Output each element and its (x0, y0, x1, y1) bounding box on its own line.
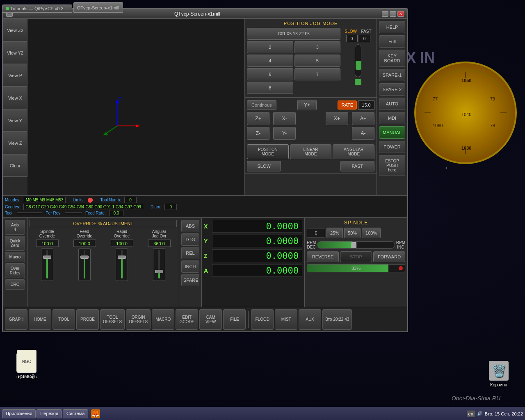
probe-btn[interactable]: PROBE (76, 309, 99, 330)
continuous-btn[interactable]: Continous (247, 100, 276, 110)
slow-input[interactable] (346, 35, 358, 42)
slow-btn[interactable]: SLOW (247, 161, 281, 171)
spindle-input[interactable] (307, 228, 325, 238)
override-title: OVERRIDE % ADJUSTMENT (30, 220, 177, 227)
manual-btn[interactable]: MANUAL (379, 126, 405, 139)
window-minimize-btn[interactable]: _ (382, 11, 388, 17)
view-x-btn[interactable]: View X (3, 87, 27, 109)
cam-view-btn[interactable]: CAM VIEW (199, 309, 222, 330)
z-plus-btn[interactable]: Z+ (247, 112, 269, 125)
spindle-50-btn[interactable]: 50% (344, 228, 361, 238)
taskbar-lang[interactable]: en (467, 411, 475, 417)
fast-btn[interactable]: FAST (340, 161, 374, 171)
jog-btn-8[interactable]: 8 (247, 82, 293, 94)
macro-btn[interactable]: Macro (5, 252, 25, 262)
feed-slider-container[interactable] (78, 248, 91, 281)
rel-btn[interactable]: REL (181, 247, 199, 259)
tool-btn[interactable]: TOOL (52, 309, 75, 330)
a-plus-btn[interactable]: A+ (352, 112, 374, 125)
axis4-btn[interactable]: Axis 4 (5, 220, 25, 235)
mist-btn[interactable]: MIST (275, 309, 297, 330)
window-close-btn[interactable]: ✕ (397, 11, 404, 17)
z-minus-btn[interactable]: Z- (247, 127, 269, 140)
gcodes-label: Gcodes: (5, 205, 20, 209)
aux-btn[interactable]: AUX (299, 309, 321, 330)
rate-area: RATE 15.0 (338, 100, 374, 110)
jog-btn-4[interactable]: 4 (247, 55, 293, 67)
axes-indicator: Z (93, 93, 142, 142)
jog-btn-6[interactable]: 6 (247, 68, 293, 80)
taskbar-firefox-icon[interactable]: 🦊 (91, 409, 100, 418)
rapid-slider-container[interactable] (116, 248, 128, 281)
file-btn[interactable]: FILE (223, 309, 246, 330)
x-minus-btn[interactable]: X- (273, 112, 296, 125)
macro-toolbar-btn[interactable]: MACRO (152, 309, 174, 330)
x-plus-btn[interactable]: X+ (326, 112, 348, 125)
view-z2-btn[interactable]: View Z2 (3, 19, 27, 41)
per-rev-value (65, 212, 82, 214)
view-y-btn[interactable]: View Y (3, 109, 27, 132)
linear-mode-btn[interactable]: LINEAR MODE (290, 144, 332, 159)
dro-z-label: Z (204, 253, 210, 259)
dtg-btn[interactable]: DTG (181, 233, 199, 246)
rpm-slider-row: RPM DEC RPM INC (307, 240, 405, 249)
estop-btn[interactable]: ESTOP PUSH here (379, 155, 405, 176)
fast-input[interactable] (359, 35, 370, 42)
taskbar-apps-btn[interactable]: Приложения (2, 409, 36, 418)
power-btn[interactable]: POWER (379, 141, 405, 153)
quick-zero-btn[interactable]: Quick Zero (5, 236, 25, 251)
edit-gcode-btn[interactable]: EDIT GCODE (176, 309, 198, 330)
file-icon[interactable]: NGC return.ngc (16, 350, 37, 379)
spindle-slider-container[interactable] (41, 248, 53, 281)
a-minus-btn[interactable]: A- (352, 127, 374, 140)
flood-btn[interactable]: FLOOD (251, 309, 274, 330)
reverse-btn[interactable]: REVERSE (307, 251, 339, 262)
taskbar-system-btn[interactable]: Система (63, 409, 88, 418)
tab1[interactable]: Tutorials — QtPyVCP v0.3.... (2, 5, 72, 13)
auto-btn[interactable]: AUTO (379, 98, 405, 110)
rate-btn[interactable]: RATE (338, 100, 357, 110)
forward-btn[interactable]: FORWARD (373, 251, 405, 262)
orgin-offsets-btn[interactable]: ORGIN OFFSETS (126, 309, 151, 330)
tool-offsets-btn[interactable]: TOOL OFFSETS (100, 309, 125, 330)
jog-btn-2[interactable]: 2 (247, 41, 293, 53)
website-watermark: Oboi-Dlia-Stola.RU (452, 395, 500, 402)
spare1-btn[interactable]: SPARE-1 (379, 69, 405, 81)
spindle-100-btn[interactable]: 100% (362, 228, 381, 238)
trash-icon[interactable]: 🗑️ Корзина (489, 361, 509, 387)
abs-btn[interactable]: ABS (181, 220, 199, 232)
rpm-slider[interactable] (317, 241, 395, 249)
jog-speed-slider[interactable] (355, 44, 361, 77)
jog-gcode-btn[interactable]: G01 X5 Y3 Z2 F5 (247, 28, 340, 40)
position-mode-btn[interactable]: POSITION MODE (247, 144, 289, 159)
spindle-25-btn[interactable]: 25% (326, 228, 343, 238)
help-btn[interactable]: HELP (379, 21, 405, 33)
jog-btn-3[interactable]: 3 (294, 41, 341, 53)
taskbar-speaker-icon[interactable]: 🔊 (477, 411, 483, 416)
mdi-btn[interactable]: MDI (379, 112, 405, 124)
stop-btn[interactable]: STOP (340, 251, 372, 262)
y-plus-btn[interactable]: Y+ (297, 100, 317, 110)
home-btn[interactable]: HOME (29, 309, 51, 330)
inch-btn[interactable]: INCH (181, 260, 199, 273)
spare2-btn[interactable]: SPARE-2 (379, 83, 405, 96)
clear-btn[interactable]: Clear (3, 154, 27, 177)
jog-btn-7[interactable]: 7 (294, 68, 341, 80)
full-btn[interactable]: Full (379, 35, 405, 48)
graph-btn[interactable]: GRAPH (5, 309, 27, 330)
tab2[interactable]: QTvcp-Screen-x1mill (73, 2, 123, 13)
window-maximize-btn[interactable]: □ (390, 11, 396, 17)
view-z-btn[interactable]: View Z (3, 132, 27, 154)
y-minus-btn[interactable]: Y- (273, 127, 296, 140)
spare-btn[interactable]: SPARE (181, 274, 199, 286)
keyboard-btn[interactable]: KEY BOARD (379, 50, 405, 67)
dro-btn[interactable]: DRO (5, 279, 25, 290)
view-y2-btn[interactable]: View Y2 (3, 41, 27, 64)
jog-btn-5[interactable]: 5 (294, 55, 341, 67)
angular-mode-btn[interactable]: ANGULAR MODE (333, 144, 374, 159)
overrides-btn[interactable]: Over Rides (5, 263, 25, 278)
datetime-toolbar-btn[interactable]: Вто 20:22 43 (322, 309, 352, 330)
view-p-btn[interactable]: View P (3, 64, 27, 87)
angular-slider-container[interactable] (153, 248, 165, 281)
taskbar-nav-btn[interactable]: Переход (37, 409, 62, 418)
